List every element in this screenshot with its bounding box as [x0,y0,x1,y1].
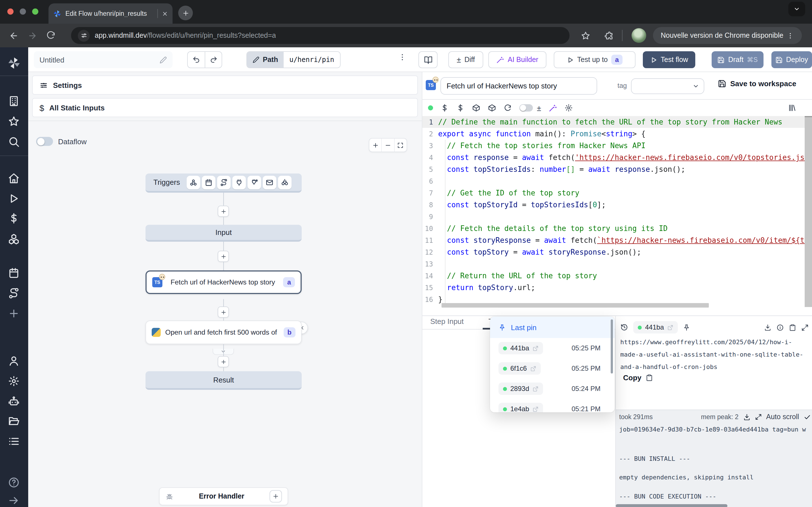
flow-name-field[interactable]: Untitled [34,51,172,68]
diff-icon[interactable]: ± [537,103,541,112]
result-node[interactable]: Result [146,371,302,390]
all-static-inputs-row[interactable]: $ All Static Inputs [32,98,418,117]
code-line[interactable]: 7 // Get the ID of the top story [422,187,812,199]
code-editor[interactable]: 1// Define the main function to fetch th… [422,116,812,316]
zoom-in-button[interactable] [369,138,382,152]
pencil-icon[interactable] [160,56,167,63]
pin-icon[interactable] [683,324,691,331]
step-b-node[interactable]: Open url and fetch first 500 words of ..… [146,321,302,344]
expand-icon[interactable] [755,413,762,420]
address-bar[interactable]: app.windmill.dev/flows/edit/u/henri/pin_… [71,27,569,44]
code-line[interactable]: 9 [422,211,812,223]
code-line[interactable]: 13 [422,258,812,270]
external-link-icon[interactable] [530,365,537,372]
add-step-button[interactable] [218,356,229,367]
redo-button[interactable] [205,51,222,68]
pin-item[interactable]: 441ba05:25 PM [490,338,615,358]
sidebar-item-plus-icon[interactable] [8,307,20,320]
ai-builder-button[interactable]: AI Builder [488,51,546,68]
code-line[interactable]: 4 const response = await fetch('https://… [422,152,812,163]
run-id-badge[interactable]: 441ba [633,321,678,334]
code-line[interactable]: 1// Define the main function to fetch th… [422,116,812,128]
clipboard-icon[interactable] [789,324,796,331]
sidebar-item-folder-open-icon[interactable] [8,415,20,427]
code-line[interactable]: 14 // Return the URL of the top story [422,270,812,282]
add-step-button[interactable] [218,251,229,262]
gear-icon[interactable] [564,104,573,112]
sidebar-item-user-icon[interactable] [8,355,20,367]
trigger-plug-zap-button[interactable] [248,175,261,189]
flow-settings-row[interactable]: Settings [32,75,418,95]
browser-tab[interactable]: Edit Flow u/henri/pin_results [49,3,172,24]
maximize-icon[interactable] [801,324,809,331]
extensions-icon[interactable] [605,31,614,41]
step-title-input[interactable]: Fetch url of HackerNews top story [441,77,597,95]
test-flow-button[interactable]: Test flow [643,51,695,68]
pin-item[interactable]: 1e4ab05:21 PM [490,399,615,412]
assets-icon[interactable] [788,104,796,112]
pin-id-badge[interactable]: 2893d [499,383,543,395]
add-step-button[interactable] [218,206,229,217]
zoom-window-button[interactable] [32,8,38,15]
sidebar-item-play-icon[interactable] [8,193,20,205]
copy-button[interactable]: Copy [623,374,653,382]
dataflow-toggle[interactable] [36,137,53,146]
new-tab-button[interactable] [178,6,193,20]
error-handler-node[interactable]: Error Handler [159,487,288,505]
draft-button[interactable]: Draft ⌘S [712,51,763,68]
download-icon[interactable] [764,324,771,331]
dropdown-scrollbar[interactable] [611,320,613,374]
pin-item[interactable]: 6f1c605:25 PM [490,358,615,379]
code-line[interactable]: 6 [422,175,812,187]
minimize-window-button[interactable] [20,8,26,15]
editor-hscrollbar[interactable] [442,303,709,307]
rotate-icon[interactable] [504,104,512,112]
code-line[interactable]: 2export async function main(): Promise<s… [422,128,812,140]
external-link-icon[interactable] [532,406,539,412]
code-line[interactable]: 8 const topStoryId = topStoriesIds[0]; [422,199,812,211]
path-group[interactable]: Path u/henri/pin [246,51,340,68]
pin-id-badge[interactable]: 6f1c6 [499,362,541,375]
undo-button[interactable] [187,51,205,68]
bookmark-icon[interactable] [581,31,591,41]
tag-select[interactable] [631,78,704,94]
wand-icon[interactable] [548,104,557,112]
sidebar-item-route-icon[interactable] [8,287,20,299]
code-line[interactable]: 11 const storyResponse = await fetch(`ht… [422,234,812,246]
pin-id-badge[interactable]: 1e4ab [499,403,543,412]
pin-item[interactable]: 2893d05:24 PM [490,379,615,399]
sidebar-item-bot-icon[interactable] [8,395,20,407]
step-a-node[interactable]: TS Fetch url of HackerNews top story a [146,270,302,294]
add-error-handler-button[interactable] [269,490,282,503]
trigger-calendar-button[interactable] [202,175,215,189]
editor-vscrollbar[interactable] [805,116,812,307]
tab-search-button[interactable] [788,2,805,16]
history-icon[interactable] [620,323,628,331]
sidebar-item-dollar-icon[interactable] [8,212,20,224]
profile-avatar[interactable] [631,28,646,43]
package-icon[interactable] [488,104,496,112]
code-line[interactable]: 3 // Fetch the top stories from Hacker N… [422,140,812,152]
last-pin-option[interactable]: Last pin [490,317,615,338]
sidebar-item-home-icon[interactable] [8,172,20,184]
deploy-button[interactable]: Deploy [771,51,812,68]
sidebar-item-star-icon[interactable] [8,115,20,127]
site-info-icon[interactable] [80,32,87,39]
sidebar-item-search-icon[interactable] [8,136,20,148]
chrome-update-button[interactable]: Nouvelle version de Chrome disponible [653,27,802,44]
tab-close-icon[interactable] [162,10,168,17]
sidebar-item-building-icon[interactable] [8,95,20,107]
external-link-icon[interactable] [667,324,673,330]
docs-button[interactable] [418,51,438,68]
reload-icon[interactable] [46,31,56,40]
external-link-icon[interactable] [532,386,539,392]
sidebar-item-boxes-icon[interactable] [8,233,20,245]
add-step-button[interactable] [218,306,229,318]
trigger-plug-button[interactable] [232,175,246,189]
code-toggle[interactable] [519,104,533,112]
sidebar-item-arrow-right-icon[interactable] [8,495,20,506]
back-icon[interactable] [9,31,18,40]
triggers-node[interactable]: Triggers [146,173,302,193]
forward-icon[interactable] [28,31,37,40]
sidebar-item-calendar-icon[interactable] [8,267,20,279]
